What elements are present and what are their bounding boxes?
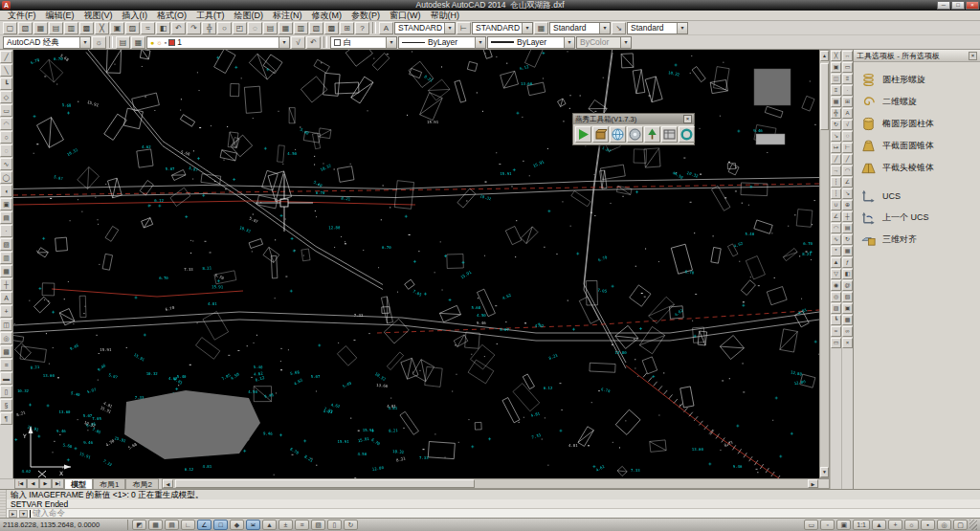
menu-item-9[interactable]: 参数(P) [346,11,385,21]
tool-palettes-button[interactable]: ▥ [294,22,308,34]
new-button[interactable]: ▢ [3,22,17,34]
command-window-grip[interactable] [0,490,7,518]
command-options-icon[interactable]: ▾ [19,510,28,518]
scroll-right-icon[interactable]: ▶ [808,479,818,488]
sketch-button[interactable]: § [0,399,12,411]
dim-linear-button[interactable]: ⊢ [842,143,853,153]
circle-button[interactable]: ○ [0,131,12,144]
region-button[interactable]: ▦ [0,265,12,277]
globe-icon[interactable] [610,126,626,143]
multiline-button[interactable]: ◫ [0,319,12,331]
auto-annotation-button[interactable]: + [888,520,902,530]
measure-button[interactable]: ▯ [0,386,12,398]
mirror-button[interactable]: ◫ [831,74,841,84]
palette-item-spiral[interactable]: 二维螺旋 [860,91,978,113]
make-block-button[interactable]: ▤ [0,211,12,224]
chevron-down-icon[interactable]: ▾ [79,37,90,48]
isolate-objects-button[interactable]: ◎ [937,520,951,530]
copy-button[interactable]: ▣ [831,62,841,73]
make-object-layer-current-button[interactable]: √ [291,36,305,49]
gradient-button[interactable]: ▥ [0,252,12,264]
lock-icon[interactable]: ▪ [165,37,167,48]
array-button[interactable]: ▦ [831,97,841,107]
multiline-text-button[interactable]: A [0,292,12,304]
draw-order-front-button[interactable]: ▲ [831,257,841,268]
helix-button[interactable]: ¶ [0,412,12,425]
toolbox-title-bar[interactable]: 燕秀工具箱(V1.7.3) × [573,114,694,124]
edit-array-button[interactable]: ▭ [831,338,841,348]
tolerance-button[interactable]: ⊕ [842,200,853,210]
quick-view-drawings-button[interactable]: ▣ [836,520,851,530]
multileader-style-icon[interactable]: ↘ [612,22,626,34]
match-properties-button[interactable]: ≈ [141,22,155,34]
chevron-down-icon[interactable]: ▾ [599,23,610,33]
layer-previous-button[interactable]: ↶ [306,36,321,49]
menu-item-11[interactable]: 帮助(H) [426,11,465,21]
workspace-combo[interactable]: AutoCAD 经典 ▾ [3,36,91,49]
distance-button[interactable]: ↔ [842,51,853,61]
palette-item-ucs[interactable]: UCS [860,185,978,207]
launch-icon[interactable] [575,126,591,143]
id-point-button[interactable]: · [842,85,853,96]
dim-radius-button[interactable]: ◠ [842,166,853,176]
lineweight-combo[interactable]: ByLayer ▾ [487,36,575,49]
find-button[interactable]: ◌ [842,131,853,142]
multileader-style-combo[interactable]: Standard▾ [627,22,688,34]
scroll-left-icon[interactable]: ◀ [163,479,173,488]
vertical-scrollbar[interactable]: ▲ ▼ [819,50,830,478]
palette-close-icon[interactable]: × [969,52,977,60]
menu-item-2[interactable]: 视图(V) [79,11,118,21]
blend-curves-button[interactable]: ∿ [831,234,841,245]
insert-block-button[interactable]: ▣ [0,198,12,210]
xref-button[interactable]: ▧ [842,292,853,302]
otrack-toggle[interactable]: ≍ [246,520,260,530]
line-button[interactable]: ╱ [0,51,12,63]
designcenter-button[interactable]: ▦ [278,22,293,34]
dim-edit-button[interactable]: ▤ [842,223,853,233]
explode-button[interactable]: * [831,246,841,256]
point-button[interactable]: · [0,225,12,237]
model-button[interactable]: ▭ [804,520,818,530]
edit-spline-button[interactable]: ≈ [831,326,841,337]
stretch-button[interactable]: ↦ [831,143,841,153]
menu-item-0[interactable]: 文件(F) [3,11,41,21]
close-button[interactable]: × [966,1,979,10]
edit-hatch-button[interactable]: ▨ [831,303,841,314]
dim-update-button[interactable]: ↻ [842,234,853,245]
annotation-visibility-button[interactable]: ▲ [872,520,886,530]
table-style-combo[interactable]: Standard▾ [549,22,611,34]
table-button[interactable]: ┼ [0,278,12,291]
fillet-button[interactable]: ◠ [831,223,841,233]
ungroup-button[interactable]: ◎ [831,292,841,302]
workspace-switching-button[interactable]: ☼ [904,520,919,530]
publish-button[interactable]: ▩ [79,22,94,34]
command-input[interactable]: ▸ ▾ 键入命令 [7,508,980,518]
chevron-down-icon[interactable]: ▾ [444,23,455,33]
area-button[interactable]: ▭ [842,62,853,73]
field-button[interactable]: ƒ [842,257,853,268]
ortho-toggle[interactable]: ∟ [181,520,195,530]
donut-button[interactable]: ◎ [0,332,12,344]
coordinate-display[interactable]: 2118.6228, 1135.2648, 0.0000 [3,520,123,529]
chevron-down-icon[interactable]: ▾ [475,37,485,48]
zoom-previous-button[interactable]: ◌ [248,22,262,34]
disc-icon[interactable] [627,126,643,143]
list-button[interactable]: ≡ [842,74,853,84]
selection-cycling-toggle[interactable]: ↻ [344,520,358,530]
polyline-button[interactable]: ┗ [0,77,12,90]
menu-item-7[interactable]: 标注(N) [268,11,307,21]
layer-states-button[interactable]: ▦ [131,36,145,49]
tree-icon[interactable] [644,126,660,143]
cut-button[interactable]: ╳ [95,22,109,34]
layout-tab-2[interactable]: 布局2 [125,478,158,489]
palette-item-cylinder[interactable]: 椭圆形圆柱体 [860,113,978,135]
zoom-window-button[interactable]: ◰ [233,22,247,34]
dim-style-combo[interactable]: STANDARD▾ [472,22,533,34]
scroll-up-icon[interactable]: ▲ [820,51,829,61]
box-icon[interactable] [592,126,609,143]
quick-calc-button[interactable]: ⊞ [340,22,354,34]
layer-combo[interactable]: ●☼▪1▾ [146,36,290,49]
palette-item-3d-align[interactable]: 三维对齐 [860,229,978,251]
check-spelling-button[interactable]: √ [842,120,853,130]
ellipse-arc-button[interactable]: ◖ [0,185,12,197]
